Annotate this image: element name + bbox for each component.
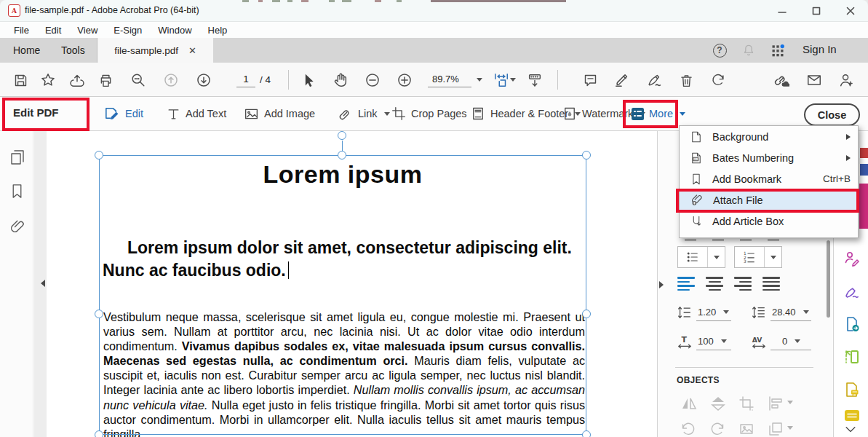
line-spacing-input[interactable]: 1.20 — [696, 304, 731, 321]
bullet-list-button[interactable] — [678, 247, 707, 267]
zoom-out-button[interactable] — [365, 72, 381, 88]
menu-item-bates-numbering[interactable]: 012 Bates Numbering — [680, 147, 858, 168]
bullet-list-caret[interactable] — [707, 247, 725, 267]
edit-tool-button[interactable]: Edit — [103, 97, 143, 130]
arrange-objects-caret[interactable] — [787, 426, 793, 430]
star-button[interactable] — [40, 72, 56, 88]
document-page[interactable]: Lorem ipsum Lorem ipsum dolor sit amet, … — [47, 131, 657, 437]
menu-view[interactable]: View — [69, 25, 105, 36]
numbered-list-caret[interactable] — [764, 247, 781, 267]
character-spacing-input[interactable]: 0 — [771, 333, 811, 350]
paragraph-spacing-input[interactable]: 28.40 — [771, 304, 811, 321]
rotation-handle[interactable] — [338, 131, 346, 140]
fill-sign-tool-button[interactable] — [843, 250, 861, 267]
maximize-button[interactable] — [800, 0, 833, 22]
selection-handle-top-right[interactable] — [582, 151, 591, 160]
menu-esign[interactable]: E-Sign — [105, 25, 150, 36]
crop-object-button[interactable] — [738, 395, 757, 412]
share-button[interactable] — [69, 72, 85, 88]
highlight-button[interactable] — [614, 72, 630, 88]
bookmarks-panel-button[interactable] — [9, 183, 26, 200]
align-left-button[interactable] — [677, 277, 698, 291]
tab-home[interactable]: Home — [4, 38, 49, 63]
menu-item-add-article-box[interactable]: Add Article Box — [680, 210, 858, 232]
flip-vertical-button[interactable] — [709, 395, 728, 412]
collapse-right-panel-handle[interactable] — [659, 281, 664, 288]
close-window-button[interactable] — [834, 0, 867, 22]
horizontal-scale-input[interactable]: 100 — [696, 333, 731, 350]
align-objects-button[interactable] — [767, 395, 786, 412]
attachments-panel-button[interactable] — [9, 218, 26, 235]
align-center-button[interactable] — [706, 277, 726, 291]
fit-width-button[interactable] — [493, 72, 509, 88]
zoom-dropdown-caret[interactable] — [477, 78, 482, 82]
page-number-input[interactable]: 1 — [236, 71, 255, 87]
selection-handle-mid-left[interactable] — [95, 310, 103, 318]
crop-resize-tool-button[interactable] — [843, 348, 861, 366]
panel-scrollbar[interactable] — [827, 240, 830, 318]
close-edit-pdf-button[interactable]: Close — [804, 103, 860, 126]
numbered-list-button[interactable]: 123 — [735, 247, 764, 267]
sign-tool-button[interactable] — [843, 283, 861, 300]
selection-handle-bottom-right[interactable] — [582, 430, 591, 437]
bullet-list-button-group — [677, 246, 725, 268]
menu-item-attach-file[interactable]: Attach File — [680, 189, 858, 210]
align-objects-caret[interactable] — [787, 401, 793, 404]
previous-page-button[interactable] — [163, 72, 179, 88]
tab-bar: Home Tools file-sample.pdf ✕ ? Sign In — [0, 38, 868, 63]
tab-document[interactable]: file-sample.pdf ✕ — [97, 38, 213, 63]
add-image-button[interactable]: Add Image — [244, 97, 315, 130]
save-button[interactable] — [12, 72, 28, 88]
add-text-button[interactable]: Add Text — [167, 97, 226, 130]
page-thumbnails-button[interactable] — [9, 149, 26, 166]
share-link-button[interactable] — [773, 72, 789, 88]
tab-tools[interactable]: Tools — [52, 38, 94, 63]
sign-in-button[interactable]: Sign In — [803, 43, 837, 55]
replace-image-button[interactable] — [738, 420, 757, 437]
collapse-left-panel-handle[interactable] — [41, 280, 45, 287]
comment-doc-tool-button[interactable] — [843, 381, 861, 398]
rotate-button[interactable] — [710, 72, 726, 88]
hand-tool-button[interactable] — [333, 72, 349, 88]
find-zoom-button[interactable] — [130, 72, 146, 88]
select-tool-button[interactable] — [300, 72, 316, 88]
selection-handle-bottom-left[interactable] — [95, 430, 103, 437]
menu-item-background[interactable]: Background — [680, 126, 858, 147]
more-button[interactable]: More — [632, 97, 685, 130]
flip-horizontal-button[interactable] — [680, 395, 698, 412]
zoom-in-button[interactable] — [397, 72, 413, 88]
menu-file[interactable]: File — [6, 25, 37, 36]
menu-help[interactable]: Help — [200, 25, 236, 36]
rotate-cw-button[interactable] — [709, 420, 728, 437]
selection-handle-top-left[interactable] — [95, 151, 103, 160]
sign-button[interactable] — [646, 72, 662, 88]
notifications-button[interactable] — [741, 42, 757, 58]
comment-button[interactable] — [582, 72, 598, 88]
share-with-others-button[interactable] — [838, 72, 854, 88]
apps-grid-button[interactable] — [770, 42, 786, 58]
help-button[interactable]: ? — [712, 42, 728, 58]
close-tab-icon[interactable]: ✕ — [188, 45, 196, 56]
scrolling-mode-button[interactable] — [527, 72, 543, 88]
selection-handle-mid-right[interactable] — [582, 310, 591, 318]
rotate-ccw-button[interactable] — [680, 420, 698, 437]
selection-handle-top-center[interactable] — [338, 151, 346, 160]
email-button[interactable] — [806, 72, 822, 88]
next-page-button[interactable] — [196, 72, 212, 88]
print-button[interactable] — [97, 72, 114, 88]
crop-pages-button[interactable]: Crop Pages — [391, 97, 467, 130]
rail-expand-chevron[interactable] — [843, 425, 861, 437]
menu-window[interactable]: Window — [150, 25, 199, 36]
delete-button[interactable] — [678, 72, 694, 88]
zoom-level-input[interactable]: 89.7% — [428, 71, 471, 87]
menu-item-add-bookmark[interactable]: Add Bookmark Ctrl+B — [680, 168, 858, 189]
menu-edit[interactable]: Edit — [37, 25, 69, 36]
align-right-button[interactable] — [734, 277, 754, 291]
fit-width-caret[interactable] — [510, 78, 516, 82]
arrange-objects-button[interactable] — [767, 420, 786, 437]
align-justify-button[interactable] — [763, 277, 783, 291]
minimize-button[interactable] — [765, 0, 799, 22]
link-tool-button[interactable]: Link — [338, 97, 390, 130]
export-pdf-tool-button[interactable] — [843, 315, 861, 333]
more-tools-button[interactable] — [843, 409, 861, 426]
